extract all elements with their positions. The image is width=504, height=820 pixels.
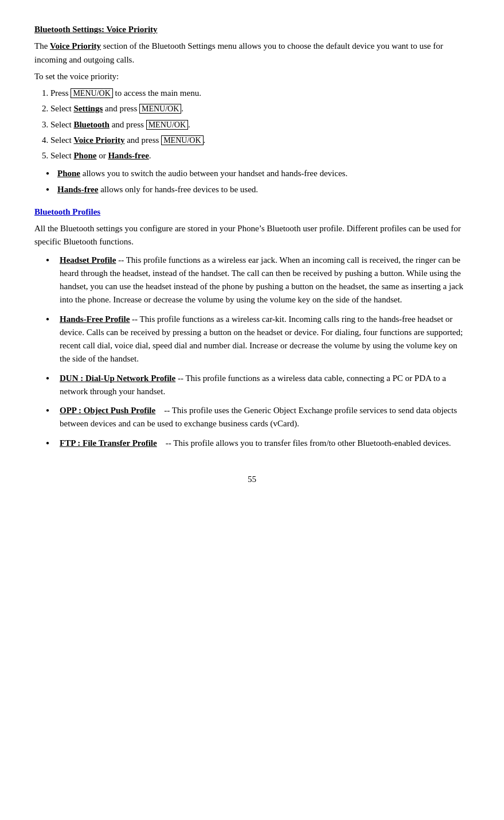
menu-ok-key-4: MENU/OK <box>161 135 203 145</box>
section-heading: Bluetooth Settings: Voice Priority <box>34 23 470 36</box>
hands-free-term: Hands-free <box>108 151 149 160</box>
voice-bullet-handsfree: Hands-free allows only for hands-free de… <box>46 183 470 196</box>
profiles-heading-text: Bluetooth Profiles <box>34 207 100 216</box>
intro-paragraph: The Voice Priority section of the Blueto… <box>34 40 470 67</box>
voice-bullets: Phone allows you to switch the audio bet… <box>46 167 470 196</box>
voice-bullet-phone: Phone allows you to switch the audio bet… <box>46 167 470 180</box>
step-4: Select Voice Priority and press MENU/OK. <box>50 134 470 147</box>
step-1: Press MENU/OK to access the main menu. <box>50 87 470 100</box>
settings-term: Settings <box>73 104 103 113</box>
headset-profile-term: Headset Profile <box>60 255 116 265</box>
heading-text: Bluetooth Settings: Voice Priority <box>34 25 158 34</box>
step-5: Select Phone or Hands-free. <box>50 149 470 162</box>
menu-ok-key-3: MENU/OK <box>146 120 188 130</box>
steps-list: Press MENU/OK to access the main menu. S… <box>50 87 470 162</box>
step-3: Select Bluetooth and press MENU/OK. <box>50 118 470 131</box>
dun-profile-term: DUN : Dial-Up Network Profile <box>60 374 175 383</box>
menu-ok-key-1: MENU/OK <box>71 88 112 98</box>
profile-dun: DUN : Dial-Up Network Profile -- This pr… <box>46 372 470 399</box>
profiles-list: Headset Profile -- This profile function… <box>46 254 470 450</box>
hands-free-label: Hands-free <box>57 185 98 194</box>
page-number: 55 <box>34 473 470 486</box>
sub-intro: To set the voice priority: <box>34 70 470 83</box>
profile-handsfree: Hands-Free Profile -- This profile funct… <box>46 313 470 366</box>
voice-priority-term: Voice Priority <box>50 41 101 50</box>
ftp-profile-term: FTP : File Transfer Profile <box>60 438 157 448</box>
document-body: Bluetooth Settings: Voice Priority The V… <box>34 23 470 450</box>
handsfree-profile-term: Hands-Free Profile <box>60 314 130 324</box>
step-2: Select Settings and press MENU/OK. <box>50 102 470 115</box>
menu-ok-key-2: MENU/OK <box>139 104 181 114</box>
voice-priority-term-2: Voice Priority <box>73 135 124 145</box>
opp-profile-term: OPP : Object Push Profile <box>60 406 155 415</box>
phone-term: Phone <box>73 151 96 160</box>
profile-headset: Headset Profile -- This profile function… <box>46 254 470 307</box>
bluetooth-term: Bluetooth <box>73 120 110 129</box>
profile-opp: OPP : Object Push Profile -- This profil… <box>46 404 470 431</box>
profiles-section: Bluetooth Profiles All the Bluetooth set… <box>34 205 470 450</box>
profile-ftp: FTP : File Transfer Profile -- This prof… <box>46 437 470 450</box>
profiles-heading: Bluetooth Profiles <box>34 205 470 219</box>
profiles-intro: All the Bluetooth settings you configure… <box>34 222 470 249</box>
phone-label: Phone <box>57 169 80 178</box>
